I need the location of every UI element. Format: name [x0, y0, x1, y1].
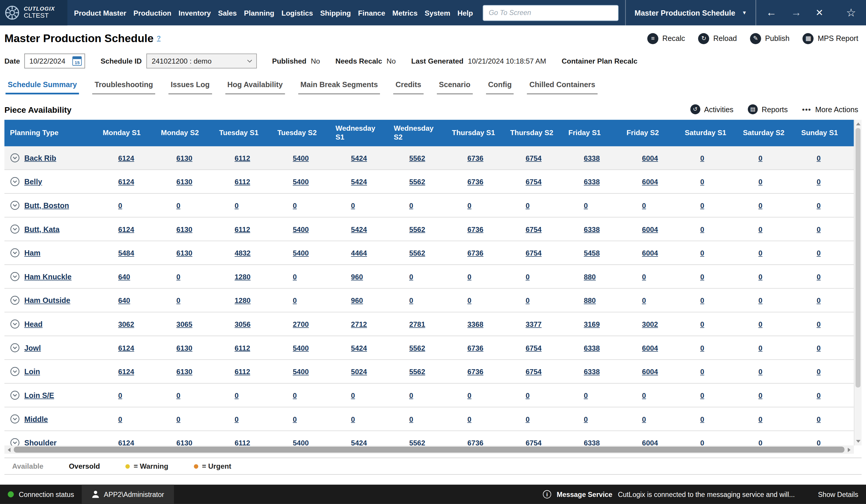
availability-value-link[interactable]: 0: [700, 201, 704, 209]
availability-value-link[interactable]: 5562: [409, 344, 425, 352]
availability-value-link[interactable]: 0: [700, 249, 704, 257]
planning-type-link[interactable]: Jowl: [24, 344, 41, 352]
calendar-icon[interactable]: 15: [73, 56, 82, 66]
menu-item-product-master[interactable]: Product Master: [74, 9, 126, 17]
availability-value-link[interactable]: 0: [118, 391, 122, 399]
screen-dropdown[interactable]: Master Production Schedule ▼: [625, 0, 756, 25]
column-header-sunday-s1[interactable]: Sunday S1: [796, 120, 854, 146]
menu-item-shipping[interactable]: Shipping: [320, 9, 351, 17]
availability-value-link[interactable]: 6736: [467, 178, 484, 186]
menu-item-logistics[interactable]: Logistics: [281, 9, 313, 17]
availability-value-link[interactable]: 4832: [234, 249, 251, 257]
availability-value-link[interactable]: 0: [351, 391, 355, 399]
availability-value-link[interactable]: 0: [817, 272, 821, 281]
availability-value-link[interactable]: 0: [758, 367, 763, 376]
availability-value-link[interactable]: 5424: [351, 439, 367, 445]
help-link[interactable]: ?: [157, 34, 161, 42]
availability-value-link[interactable]: 3002: [642, 320, 658, 328]
column-header-saturday-s1[interactable]: Saturday S1: [679, 120, 737, 146]
availability-value-link[interactable]: 0: [758, 415, 763, 423]
availability-value-link[interactable]: 6736: [467, 344, 484, 352]
expand-chevron-icon[interactable]: [10, 248, 20, 258]
availability-value-link[interactable]: 0: [700, 391, 704, 399]
availability-value-link[interactable]: 0: [176, 272, 180, 281]
planning-type-link[interactable]: Loin: [24, 367, 40, 376]
availability-value-link[interactable]: 6004: [642, 367, 658, 376]
activities-button[interactable]: ↺Activities: [690, 104, 733, 114]
availability-value-link[interactable]: 6338: [584, 225, 600, 233]
more-actions-button[interactable]: •••More Actions: [802, 105, 858, 113]
availability-value-link[interactable]: 0: [467, 201, 471, 209]
availability-value-link[interactable]: 0: [525, 415, 530, 423]
availability-value-link[interactable]: 880: [584, 296, 596, 304]
planning-type-link[interactable]: Butt, Kata: [24, 225, 60, 233]
availability-value-link[interactable]: 0: [293, 415, 297, 423]
availability-value-link[interactable]: 3065: [176, 320, 192, 328]
availability-value-link[interactable]: 6004: [642, 154, 658, 162]
horizontal-scrollbar[interactable]: [4, 445, 854, 453]
scroll-down-icon[interactable]: [856, 440, 860, 443]
planning-type-link[interactable]: Belly: [24, 178, 42, 186]
availability-value-link[interactable]: 1280: [234, 272, 251, 281]
availability-value-link[interactable]: 6130: [176, 154, 192, 162]
column-header-friday-s1[interactable]: Friday S1: [563, 120, 621, 146]
container-plan-recalc-button[interactable]: Container Plan Recalc: [562, 57, 637, 65]
availability-value-link[interactable]: 0: [118, 415, 122, 423]
availability-value-link[interactable]: 0: [758, 201, 763, 209]
availability-value-link[interactable]: 0: [817, 367, 821, 376]
availability-value-link[interactable]: 0: [525, 296, 530, 304]
availability-value-link[interactable]: 0: [293, 272, 297, 281]
availability-value-link[interactable]: 0: [700, 439, 704, 445]
availability-value-link[interactable]: 0: [642, 415, 646, 423]
availability-value-link[interactable]: 6130: [176, 344, 192, 352]
close-icon[interactable]: ×: [816, 7, 823, 19]
availability-value-link[interactable]: 6004: [642, 344, 658, 352]
availability-value-link[interactable]: 6338: [584, 178, 600, 186]
availability-value-link[interactable]: 0: [817, 391, 821, 399]
expand-chevron-icon[interactable]: [10, 414, 20, 424]
availability-value-link[interactable]: 0: [234, 201, 238, 209]
availability-value-link[interactable]: 6130: [176, 178, 192, 186]
availability-value-link[interactable]: 640: [118, 296, 130, 304]
availability-value-link[interactable]: 0: [409, 296, 413, 304]
availability-value-link[interactable]: 0: [118, 201, 122, 209]
availability-value-link[interactable]: 0: [700, 415, 704, 423]
current-user[interactable]: APP2\Administrator: [82, 484, 174, 504]
availability-value-link[interactable]: 5024: [351, 367, 367, 376]
availability-value-link[interactable]: 5562: [409, 178, 425, 186]
column-header-tuesday-s1[interactable]: Tuesday S1: [213, 120, 272, 146]
expand-chevron-icon[interactable]: [10, 201, 20, 211]
tab-chilled-containers[interactable]: Chilled Containers: [527, 81, 598, 94]
availability-value-link[interactable]: 3169: [584, 320, 600, 328]
menu-item-help[interactable]: Help: [457, 9, 473, 17]
availability-value-link[interactable]: 3062: [118, 320, 134, 328]
column-header-wednesday-s2[interactable]: Wednesday S2: [388, 120, 446, 146]
availability-value-link[interactable]: 6754: [525, 225, 541, 233]
info-icon[interactable]: i: [543, 490, 551, 499]
expand-chevron-icon[interactable]: [10, 438, 20, 445]
availability-value-link[interactable]: 6754: [525, 344, 541, 352]
availability-value-link[interactable]: 0: [817, 154, 821, 162]
availability-value-link[interactable]: 5400: [293, 439, 309, 445]
availability-value-link[interactable]: 0: [817, 249, 821, 257]
availability-value-link[interactable]: 2700: [293, 320, 309, 328]
availability-value-link[interactable]: 6124: [118, 439, 134, 445]
tab-main-break-segments[interactable]: Main Break Segments: [298, 81, 380, 94]
favorite-star-icon[interactable]: ☆: [846, 6, 856, 20]
scroll-up-icon[interactable]: [856, 122, 860, 125]
availability-value-link[interactable]: 0: [758, 439, 763, 445]
availability-value-link[interactable]: 0: [758, 154, 763, 162]
availability-value-link[interactable]: 6130: [176, 225, 192, 233]
planning-type-link[interactable]: Butt, Boston: [24, 201, 69, 209]
availability-value-link[interactable]: 0: [176, 201, 180, 209]
availability-value-link[interactable]: 0: [409, 415, 413, 423]
availability-value-link[interactable]: 960: [351, 296, 363, 304]
availability-value-link[interactable]: 5400: [293, 249, 309, 257]
availability-value-link[interactable]: 0: [293, 201, 297, 209]
availability-value-link[interactable]: 0: [351, 415, 355, 423]
availability-value-link[interactable]: 4464: [351, 249, 367, 257]
column-header-friday-s2[interactable]: Friday S2: [621, 120, 679, 146]
availability-value-link[interactable]: 0: [467, 391, 471, 399]
availability-value-link[interactable]: 6754: [525, 367, 541, 376]
availability-value-link[interactable]: 6130: [176, 439, 192, 445]
